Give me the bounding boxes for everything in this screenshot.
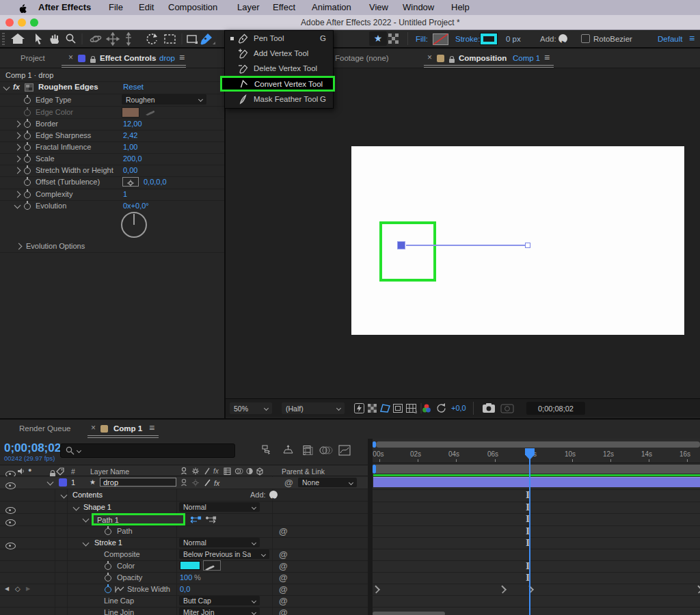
param-value[interactable]: 1,00 bbox=[123, 143, 137, 151]
expand-chevron-icon[interactable] bbox=[61, 492, 68, 499]
stopwatch-icon[interactable] bbox=[104, 526, 112, 536]
shape-path-line[interactable] bbox=[406, 245, 527, 246]
path-vertex-selected[interactable] bbox=[397, 241, 405, 249]
workspace-menu-icon[interactable]: ≡ bbox=[689, 33, 695, 44]
panel-menu-icon[interactable]: ≡ bbox=[544, 52, 550, 63]
pickwhip-icon[interactable]: @ bbox=[279, 607, 288, 615]
rotobezier-checkbox[interactable] bbox=[581, 34, 590, 43]
timeline-gutter[interactable] bbox=[368, 439, 373, 615]
row-composite[interactable]: Composite Below Previous in Sa @ bbox=[0, 549, 369, 561]
edge-color-swatch[interactable] bbox=[122, 107, 139, 118]
work-area-bar[interactable] bbox=[376, 465, 700, 474]
effect-header-row[interactable]: fx Roughen Edges Reset bbox=[0, 81, 224, 94]
line-cap-dropdown[interactable]: Butt Cap bbox=[179, 596, 260, 605]
tab-close-icon[interactable]: × bbox=[68, 53, 73, 62]
row-shape1[interactable]: Shape 1 Normal bbox=[0, 502, 369, 514]
number-column-header[interactable]: # bbox=[71, 467, 75, 476]
timeline-navigator-bar[interactable] bbox=[376, 441, 700, 448]
keyframe-add-icon[interactable]: ◇ bbox=[15, 585, 21, 592]
evolution-dial[interactable] bbox=[121, 212, 147, 238]
stroke-label[interactable]: Stroke: bbox=[455, 35, 480, 43]
blend-mode-dropdown[interactable]: Normal bbox=[179, 538, 260, 547]
row-color[interactable]: Color @ bbox=[0, 560, 369, 573]
expand-chevron-icon[interactable] bbox=[14, 191, 21, 198]
edge-type-dropdown[interactable]: Roughen bbox=[122, 94, 206, 105]
lock-icon[interactable] bbox=[90, 59, 96, 63]
effect-name[interactable]: Roughen Edges bbox=[38, 83, 98, 91]
param-value[interactable]: 0,0,0,0 bbox=[144, 178, 167, 186]
layer-switches-icons[interactable]: fx bbox=[180, 478, 228, 487]
workspace-label[interactable]: Default bbox=[658, 35, 682, 43]
tab-render-queue[interactable]: Render Queue bbox=[19, 424, 70, 433]
stopwatch-icon[interactable] bbox=[23, 165, 31, 175]
stopwatch-icon[interactable] bbox=[23, 95, 31, 105]
layer-name-input[interactable]: drop bbox=[100, 478, 176, 487]
param-value[interactable]: 12,00 bbox=[123, 120, 142, 128]
param-value[interactable]: 0x+0,0° bbox=[123, 202, 149, 210]
param-value[interactable]: 0,00 bbox=[123, 166, 137, 174]
layer-row-drop[interactable]: 1 ★ drop fx @ None bbox=[0, 477, 369, 489]
keyframe-prev-icon[interactable]: ◀ bbox=[5, 586, 9, 592]
viewer-timecode[interactable]: 0;00;08;02 bbox=[526, 402, 585, 415]
collapse-chevron-icon[interactable] bbox=[3, 84, 10, 91]
expand-chevron-icon[interactable] bbox=[83, 540, 90, 547]
keyframe-icon[interactable] bbox=[695, 586, 700, 594]
pickwhip-icon[interactable]: @ bbox=[279, 584, 288, 594]
stroke-width-value[interactable]: 0,0 bbox=[180, 585, 190, 593]
stopwatch-icon[interactable] bbox=[104, 561, 112, 571]
stroke-size-value[interactable]: 0 px bbox=[506, 35, 521, 43]
parent-link-column-header[interactable]: Parent & Link bbox=[282, 467, 325, 476]
expand-chevron-icon[interactable] bbox=[14, 144, 21, 151]
stopwatch-icon[interactable] bbox=[23, 189, 31, 199]
parent-pickwhip-icon[interactable]: @ bbox=[284, 478, 293, 488]
stopwatch-icon[interactable] bbox=[23, 201, 31, 210]
evolution-options-row[interactable]: Evolution Options bbox=[0, 241, 224, 253]
blend-mode-dropdown[interactable]: Normal bbox=[179, 502, 260, 512]
stopwatch-icon-active[interactable] bbox=[104, 584, 112, 594]
magnification-dropdown[interactable]: 50% bbox=[230, 402, 272, 414]
apple-icon[interactable] bbox=[18, 3, 27, 13]
stopwatch-icon[interactable] bbox=[23, 131, 31, 140]
traffic-light-minimize[interactable] bbox=[18, 18, 26, 27]
expand-chevron-icon[interactable] bbox=[14, 121, 21, 128]
tab-close-icon[interactable]: × bbox=[91, 423, 96, 433]
stopwatch-icon[interactable] bbox=[104, 573, 112, 582]
menubar-window[interactable]: Window bbox=[403, 2, 434, 12]
show-snapshot-icon[interactable] bbox=[500, 402, 514, 413]
tab-comp1[interactable]: Comp 1 bbox=[113, 424, 142, 433]
pickwhip-icon[interactable]: @ bbox=[279, 561, 288, 571]
tab-project[interactable]: Project bbox=[21, 54, 45, 62]
rotobezier-label[interactable]: RotoBezier bbox=[593, 35, 632, 43]
layer-visibility-toggle[interactable] bbox=[5, 482, 16, 489]
tab-composition[interactable]: Composition bbox=[459, 54, 507, 62]
search-input[interactable] bbox=[81, 446, 234, 456]
resolution-dropdown[interactable]: (Half) bbox=[282, 402, 345, 414]
lock-icon[interactable] bbox=[449, 59, 455, 63]
row-opacity[interactable]: Opacity 100 % @ bbox=[0, 572, 369, 584]
composite-dropdown[interactable]: Below Previous in Sa bbox=[179, 549, 269, 559]
fill-label[interactable]: Fill: bbox=[416, 35, 428, 43]
expression-graph-icon[interactable] bbox=[115, 586, 124, 593]
layer-expand-chevron-icon[interactable] bbox=[47, 479, 54, 486]
menubar-help[interactable]: Help bbox=[451, 2, 470, 12]
row-line-cap[interactable]: Line Cap Butt Cap @ bbox=[0, 595, 369, 607]
add-shape-button[interactable]: ▶ bbox=[558, 34, 567, 43]
playhead-line[interactable] bbox=[529, 448, 530, 615]
timeline-horizontal-scrollbar[interactable] bbox=[373, 612, 445, 615]
layer-label-chip[interactable] bbox=[59, 478, 67, 487]
viewer-icon-strip[interactable] bbox=[354, 402, 447, 415]
timeline-toolbar-icons[interactable] bbox=[262, 444, 364, 456]
menu-item-mask-feather-tool[interactable]: Mask Feather Tool G bbox=[225, 92, 333, 107]
menubar-effect[interactable]: Effect bbox=[273, 2, 295, 12]
row-line-join[interactable]: Line Join Miter Join @ bbox=[0, 607, 369, 615]
row-path[interactable]: Path @ bbox=[0, 525, 369, 538]
stopwatch-icon[interactable] bbox=[23, 142, 31, 152]
menu-item-pen-tool[interactable]: Pen Tool G bbox=[225, 31, 333, 46]
param-value[interactable]: 2,42 bbox=[123, 131, 137, 139]
pickwhip-icon[interactable]: @ bbox=[279, 526, 288, 536]
tab-close-icon[interactable]: × bbox=[427, 53, 432, 62]
expand-chevron-icon[interactable] bbox=[14, 133, 21, 139]
row-stroke1[interactable]: Stroke 1 Normal bbox=[0, 537, 369, 549]
expand-chevron-icon[interactable] bbox=[14, 156, 21, 163]
star-motion-path-toggle[interactable]: ★ bbox=[369, 31, 387, 46]
